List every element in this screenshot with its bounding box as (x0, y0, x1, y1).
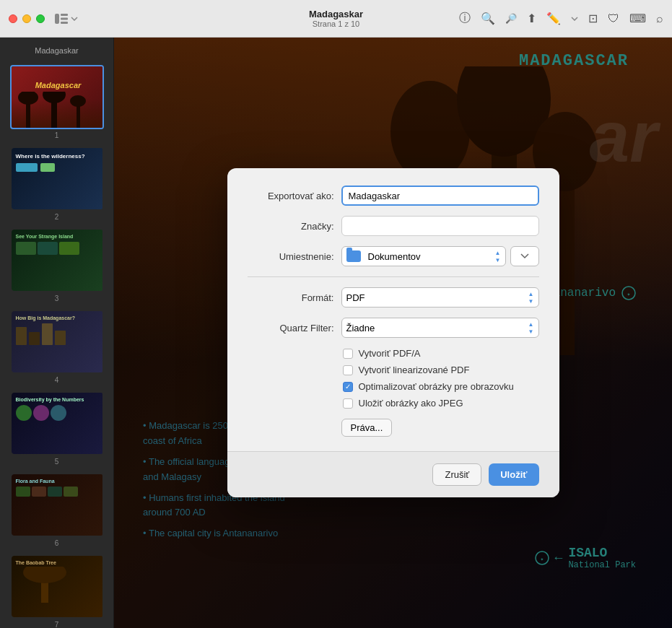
window-title: Madagaskar (309, 9, 363, 19)
format-label: Formát: (248, 292, 334, 303)
svg-point-9 (70, 95, 86, 107)
pen-chevron-icon (571, 17, 578, 21)
option-optimize: Optimalizovať obrázky pre obrazovku (343, 381, 539, 392)
zoom-in-icon[interactable]: 🔍 (481, 12, 495, 25)
search-icon[interactable]: ⌕ (656, 12, 663, 25)
shield-icon[interactable]: 🛡 (608, 12, 619, 25)
thumb-1-title: Madagascar (12, 81, 104, 90)
folder-icon (346, 250, 361, 262)
zoom-out-icon[interactable]: 🔎 (505, 13, 517, 24)
traffic-lights (9, 14, 45, 23)
chevron-down-icon (520, 253, 529, 259)
checkbox-optimize[interactable] (343, 382, 353, 392)
share-icon[interactable]: ⬆ (527, 12, 536, 25)
filter-row: Quartz Filter: Žiadne ▲ ▼ (248, 318, 539, 338)
modal-overlay: Exportovať ako: Značky: Umiestnenie: (114, 38, 672, 628)
checkbox-pdf-a[interactable] (343, 349, 353, 359)
keyboard-icon[interactable]: ⌨ (629, 12, 646, 25)
page-indicator: Strana 1 z 10 (313, 19, 359, 28)
baobab-silhouette (12, 92, 104, 128)
checkbox-jpeg[interactable] (343, 398, 353, 409)
slide-num-5: 5 (55, 458, 59, 466)
thumb-2-text: Where is the wilderness? (16, 152, 101, 160)
options-section: Vytvoriť PDF/A Vytvoriť linearizované PD… (248, 348, 539, 409)
slide-num-7: 7 (55, 621, 59, 628)
format-row: Formát: PDF ▲ ▼ (248, 287, 539, 308)
filter-select[interactable]: Žiadne ▲ ▼ (341, 318, 539, 338)
svg-rect-1 (61, 14, 68, 16)
thumb-7-text: The Baobab Tree (16, 560, 101, 565)
filter-label: Quartz Filter: (248, 323, 334, 333)
slide-thumbnail-1[interactable]: Madagascar 1 (6, 65, 108, 139)
location-select[interactable]: Dokumentov ▲ ▼ (341, 246, 506, 266)
minimize-button[interactable] (22, 14, 31, 23)
slide-num-6: 6 (55, 539, 59, 547)
svg-point-7 (43, 92, 66, 103)
slide-thumbnail-7[interactable]: The Baobab Tree 7 (6, 554, 108, 628)
option-pdf-a: Vytvoriť PDF/A (343, 348, 539, 359)
tags-row: Značky: (248, 216, 539, 236)
export-dialog: Exportovať ako: Značky: Umiestnenie: (227, 168, 559, 497)
sidebar-label: Madagaskar (6, 46, 108, 55)
export-as-input[interactable] (341, 186, 539, 206)
slide-thumbnail-6[interactable]: Flora and Fauna 6 (6, 473, 108, 547)
thumb-5-text: Biodiversity by the Numbers (16, 397, 101, 402)
sidebar-icon (55, 14, 68, 24)
rights-button[interactable]: Práva... (341, 419, 393, 437)
window-title-area: Madagaskar Strana 1 z 10 (309, 9, 363, 28)
svg-point-11 (23, 567, 66, 583)
tags-input[interactable] (341, 216, 539, 236)
canvas-area: ar Madagascar is 250 miles from thecoast… (114, 38, 672, 628)
main-content: Madagaskar Madagascar (0, 38, 672, 628)
thumb-7-baobab (16, 567, 74, 603)
thumb-3-text: See Your Strange Island (16, 234, 101, 239)
option-linear: Vytvoriť linearizované PDF (343, 365, 539, 375)
slide-num-1: 1 (55, 131, 59, 139)
thumb-4-text: How Big is Madagascar? (16, 315, 101, 320)
stepper-up-icon: ▲ (495, 250, 501, 256)
thumb-6-text: Flora and Fauna (16, 479, 101, 484)
chevron-down-icon (71, 17, 78, 21)
slide-num-3: 3 (55, 295, 59, 302)
window-icon[interactable]: ⊡ (588, 12, 598, 25)
checkbox-linear-label: Vytvoriť linearizované PDF (359, 365, 470, 375)
slide-thumbnail-4[interactable]: How Big is Madagascar? 4 (6, 310, 108, 384)
slide-panel: Madagaskar Madagascar (0, 38, 114, 628)
modal-footer: Zrušiť Uložiť (227, 451, 559, 497)
location-row: Umiestnenie: Dokumentov ▲ ▼ (248, 246, 539, 266)
slide-thumbnail-2[interactable]: Where is the wilderness? 2 (6, 147, 108, 221)
slide-thumbnail-5[interactable]: Biodiversity by the Numbers 5 (6, 391, 108, 466)
close-button[interactable] (9, 14, 17, 23)
titlebar: Madagaskar Strana 1 z 10 ⓘ 🔍 🔎 ⬆ ✏️ ⊡ 🛡 … (0, 0, 672, 38)
location-label: Umiestnenie: (248, 251, 334, 262)
cancel-button[interactable]: Zrušiť (432, 463, 481, 486)
format-stepper-down-icon: ▼ (528, 298, 534, 305)
save-button[interactable]: Uložiť (489, 463, 538, 486)
modal-body: Exportovať ako: Značky: Umiestnenie: (227, 168, 559, 451)
divider-1 (248, 276, 539, 277)
location-expand-button[interactable] (510, 246, 539, 266)
checkbox-pdf-a-label: Vytvoriť PDF/A (359, 348, 421, 359)
toolbar-icons: ⓘ 🔍 🔎 ⬆ ✏️ ⊡ 🛡 ⌨ ⌕ (459, 11, 663, 26)
pen-icon[interactable]: ✏️ (546, 12, 561, 25)
format-select[interactable]: PDF ▲ ▼ (341, 287, 539, 308)
info-icon[interactable]: ⓘ (459, 11, 471, 26)
sidebar-toggle[interactable] (55, 14, 78, 24)
stepper-down-icon: ▼ (495, 257, 501, 263)
slide-num-2: 2 (55, 213, 59, 221)
checkbox-optimize-label: Optimalizovať obrázky pre obrazovku (359, 381, 514, 392)
checkbox-linear[interactable] (343, 365, 353, 375)
slide-num-4: 4 (55, 376, 59, 384)
slide-thumbnail-3[interactable]: See Your Strange Island 3 (6, 228, 108, 302)
svg-rect-2 (61, 17, 68, 19)
maximize-button[interactable] (36, 14, 45, 23)
svg-rect-3 (61, 22, 68, 24)
option-jpeg: Uložiť obrázky ako JPEG (343, 398, 539, 409)
tags-label: Značky: (248, 221, 334, 232)
export-as-row: Exportovať ako: (248, 186, 539, 206)
svg-point-5 (18, 92, 38, 105)
location-controls: Dokumentov ▲ ▼ (341, 246, 539, 266)
checkbox-jpeg-label: Uložiť obrázky ako JPEG (359, 398, 463, 409)
filter-stepper-down-icon: ▼ (528, 328, 534, 335)
export-as-label: Exportovať ako: (248, 191, 334, 201)
